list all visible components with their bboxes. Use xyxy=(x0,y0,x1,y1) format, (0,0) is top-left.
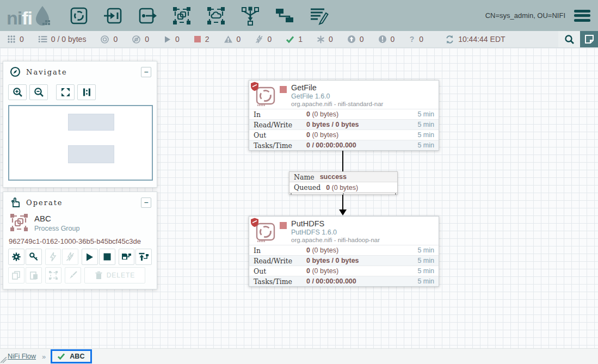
stat-label: In xyxy=(254,110,306,119)
up-to-date-count: 1 xyxy=(298,35,303,44)
warning-count: 0 xyxy=(237,35,241,44)
stat-window: 5 min xyxy=(417,110,434,118)
invalid-count: 0 xyxy=(267,35,272,44)
status-sync-failure: ? 0 xyxy=(409,35,423,44)
navigate-panel-title: Navigate xyxy=(26,68,67,76)
breadcrumb-current[interactable]: ABC xyxy=(70,353,84,360)
folded-square-icon xyxy=(584,34,594,44)
output-port-icon[interactable] xyxy=(138,6,157,26)
status-bar-right xyxy=(558,31,598,47)
processor-puthdfs-titles: PutHDFS PutHDFS 1.6.0 org.apache.nifi - … xyxy=(291,219,380,243)
copy-icon xyxy=(11,270,21,280)
global-menu-icon[interactable] xyxy=(574,10,590,22)
stat-window: 5 min xyxy=(417,257,434,264)
zoom-in-button[interactable] xyxy=(8,84,27,100)
run-status-stopped-icon xyxy=(280,222,287,229)
one-to-one-icon xyxy=(82,87,92,97)
process-group-icon[interactable] xyxy=(172,6,192,26)
stop-button[interactable] xyxy=(99,249,115,265)
zoom-actual-size-button[interactable] xyxy=(77,84,96,100)
lightning-icon xyxy=(48,252,57,262)
zoom-out-icon xyxy=(34,87,44,97)
connection-queued-row: Queued 0 (0 bytes) xyxy=(289,182,397,193)
stat-label: Tasks/Time xyxy=(254,141,306,150)
active-threads-icon xyxy=(7,35,16,44)
paste-icon xyxy=(29,270,39,280)
logo-text-fi: fi xyxy=(22,10,32,27)
group-button[interactable] xyxy=(45,267,61,283)
locally-modified-stale-icon xyxy=(378,35,387,44)
stat-window: 5 min xyxy=(417,131,434,139)
stat-window: 5 min xyxy=(417,267,434,275)
search-button[interactable] xyxy=(558,31,580,47)
selection-name: ABC xyxy=(34,213,79,223)
stat-window: 5 min xyxy=(417,246,434,254)
input-port-icon[interactable] xyxy=(103,6,123,26)
queued-flowfiles-icon xyxy=(38,35,47,44)
connection-name-row: Name success xyxy=(289,172,397,182)
status-warning: 0 xyxy=(224,35,241,44)
compass-icon xyxy=(10,66,21,77)
change-color-button[interactable] xyxy=(65,267,81,283)
remote-process-group-icon[interactable] xyxy=(206,6,226,26)
refresh-group[interactable]: 10:44:44 EDT xyxy=(445,35,505,44)
run-status-stopped-icon xyxy=(280,86,287,93)
funnel-icon[interactable] xyxy=(241,6,260,26)
navigate-minimize-button[interactable]: − xyxy=(141,67,151,77)
nifi-logo: nifi xyxy=(7,5,53,27)
operate-minimize-button[interactable]: − xyxy=(141,198,151,208)
paste-button[interactable] xyxy=(26,267,42,283)
birdseye-minimap[interactable] xyxy=(8,105,153,181)
canvas-settings-button[interactable] xyxy=(580,31,598,47)
start-button[interactable] xyxy=(82,249,98,265)
processor-getfile-titles: GetFile GetFile 1.6.0 org.apache.nifi - … xyxy=(291,83,383,107)
copy-button[interactable] xyxy=(8,267,24,283)
zoom-out-button[interactable] xyxy=(29,84,48,100)
minimap-component xyxy=(68,145,114,163)
stale-count: 0 xyxy=(360,35,364,44)
breadcrumb-root-link[interactable]: NiFi Flow xyxy=(8,353,36,360)
stat-row-tasks: Tasks/Time 0 / 00:00:00.000 5 min xyxy=(249,140,439,150)
stat-row-readwrite: Read/Write 0 bytes / 0 bytes 5 min xyxy=(249,255,439,266)
zoom-fit-button[interactable] xyxy=(56,84,75,100)
stat-value: 0 bytes / 0 bytes xyxy=(306,121,359,128)
configuration-button[interactable] xyxy=(8,249,24,265)
operate-buttons: DELETE xyxy=(3,249,157,283)
delete-button[interactable]: DELETE xyxy=(84,267,145,283)
key-icon xyxy=(29,252,39,262)
svg-text:?: ? xyxy=(410,35,415,44)
processor-icon[interactable] xyxy=(69,6,89,26)
nifi-droplet-icon xyxy=(32,5,53,27)
invalid-icon xyxy=(255,35,263,44)
stat-value: 0 / 00:00:00.000 xyxy=(306,141,356,149)
processor-puthdfs[interactable]: PutHDFS PutHDFS 1.6.0 org.apache.nifi - … xyxy=(249,216,439,287)
zoom-fit-icon xyxy=(60,87,71,97)
stat-row-in: In 0 (0 bytes) 5 min xyxy=(249,245,439,255)
not-transmitting-icon xyxy=(132,35,141,44)
app-header: nifi xyxy=(0,0,598,31)
stat-row-out: Out 0 (0 bytes) 5 min xyxy=(249,266,439,276)
navigate-panel: Navigate − xyxy=(3,61,157,188)
enable-button[interactable] xyxy=(45,249,61,265)
refresh-icon[interactable] xyxy=(445,35,454,44)
processor-bundle: org.apache.nifi - nifi-hadoop-nar xyxy=(291,237,380,243)
disable-button[interactable] xyxy=(62,249,78,265)
upload-template-button[interactable] xyxy=(135,249,152,265)
access-policies-button[interactable] xyxy=(26,249,42,265)
group-selection-icon xyxy=(48,270,58,280)
stat-value: 0 (0 bytes) xyxy=(306,131,338,139)
create-template-button[interactable] xyxy=(119,249,135,265)
not-transmitting-count: 0 xyxy=(145,35,149,44)
resize-grip-icon[interactable] xyxy=(1,357,7,363)
template-upload-icon xyxy=(138,252,149,262)
processor-bundle: org.apache.nifi - nifi-standard-nar xyxy=(291,101,383,107)
processor-getfile[interactable]: GetFile GetFile 1.6.0 org.apache.nifi - … xyxy=(249,80,439,151)
template-icon[interactable] xyxy=(275,6,294,26)
flow-canvas[interactable]: Name success Queued 0 (0 bytes) xyxy=(0,48,598,348)
template-save-icon xyxy=(121,252,132,262)
transmitting-icon xyxy=(100,35,109,44)
connection-label[interactable]: Name success Queued 0 (0 bytes) xyxy=(289,171,398,195)
highlight-annotation-box: ABC xyxy=(51,349,92,363)
connection-name-value: success xyxy=(320,173,347,181)
label-icon[interactable] xyxy=(309,6,329,26)
